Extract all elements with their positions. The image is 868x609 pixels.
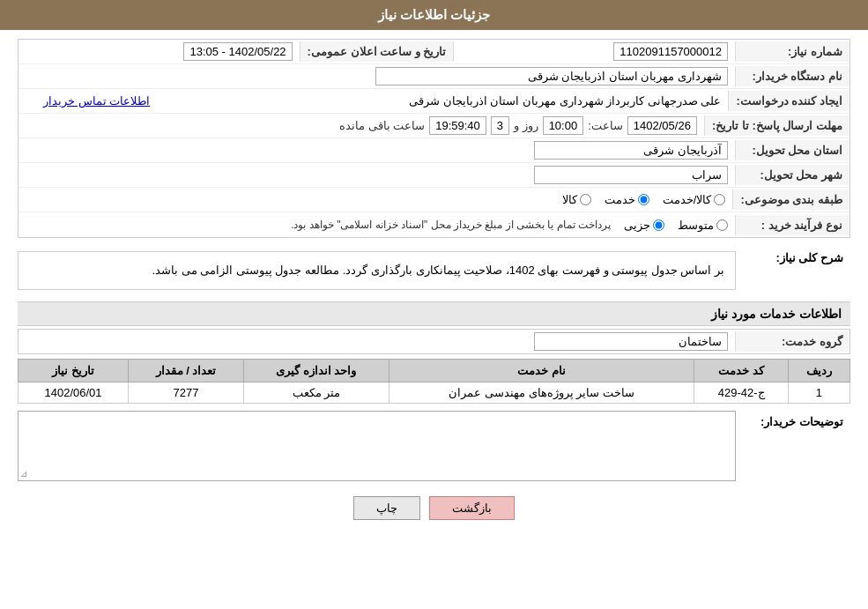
cell-date: 1402/06/01 (19, 382, 129, 404)
col-code: کد خدمت (694, 360, 788, 382)
services-table: ردیف کد خدمت نام خدمت واحد اندازه گیری ت… (18, 359, 850, 404)
services-section-title: اطلاعات خدمات مورد نیاز (18, 301, 850, 326)
response-time-label: ساعت: (588, 119, 623, 132)
footer-buttons: بازگشت چاپ (18, 486, 850, 531)
process-jazii-option[interactable]: جزیی (624, 219, 664, 232)
announcement-date-label: تاریخ و ساعت اعلان عمومی: (300, 41, 455, 62)
contact-link[interactable]: اطلاعات تماس خریدار (43, 94, 150, 108)
category-kala-radio[interactable] (580, 194, 591, 205)
response-time: 10:00 (543, 116, 584, 135)
buyer-notes-area: ⊿ (18, 411, 736, 481)
requester-label: ایجاد کننده درخواست: (728, 91, 849, 111)
category-khedmat-label: خدمت (605, 193, 635, 206)
page-header: جزئیات اطلاعات نیاز (0, 0, 868, 30)
description-label: شرح کلی نیاز: (736, 247, 850, 269)
buyer-notes-label: توضیحات خریدار: (736, 411, 850, 433)
process-jazii-radio[interactable] (653, 219, 664, 231)
delivery-province-value: آذربایجان شرقی (534, 141, 728, 160)
need-number-label: شماره نیاز: (735, 41, 849, 62)
buyer-org-value: شهرداری مهربان استان اذربایجان شرقی (375, 67, 728, 85)
process-jazii-label: جزیی (624, 219, 650, 232)
category-khedmat-radio[interactable] (638, 194, 649, 205)
category-kala-khedmat-option[interactable]: کالا/خدمت (663, 193, 726, 206)
print-button[interactable]: چاپ (353, 496, 420, 520)
col-qty: تعداد / مقدار (129, 360, 244, 382)
process-motavasset-option[interactable]: متوسط (678, 219, 728, 232)
requester-value: علی صدرجهانی کاربرداز شهرداری مهربان است… (409, 94, 721, 108)
announcement-date-value: 1402/05/22 - 13:05 (183, 42, 292, 61)
col-name: نام خدمت (389, 360, 694, 382)
process-motavasset-label: متوسط (678, 219, 714, 232)
back-button[interactable]: بازگشت (429, 496, 515, 520)
need-number-value: 1102091157000012 (613, 42, 728, 61)
page-title: جزئیات اطلاعات نیاز (378, 7, 490, 22)
cell-unit: متر مکعب (243, 382, 389, 404)
category-kala-option[interactable]: کالا (562, 193, 591, 206)
delivery-city-value: سراب (534, 166, 728, 184)
cell-row: 1 (788, 382, 849, 404)
cell-name: ساخت سایر پروژه‌های مهندسی عمران (389, 382, 694, 404)
resize-icon: ⊿ (20, 469, 27, 479)
category-kala-khedmat-radio[interactable] (714, 194, 725, 205)
response-days: 3 (491, 116, 509, 135)
category-kala-label: کالا (562, 193, 577, 206)
description-text: بر اساس جدول پیوستی و فهرست بهای 1402، ص… (18, 251, 736, 290)
buyer-org-label: نام دستگاه خریدار: (735, 66, 849, 86)
col-unit: واحد اندازه گیری (243, 360, 389, 382)
process-label: نوع فرآیند خرید : (735, 215, 849, 235)
delivery-city-label: شهر محل تحویل: (735, 165, 849, 185)
category-label: طبقه بندی موضوعی: (732, 189, 849, 210)
cell-code: ج-42-429 (694, 382, 788, 404)
table-row: 1ج-42-429ساخت سایر پروژه‌های مهندسی عمرا… (19, 382, 850, 404)
col-date: تاریخ نیاز (19, 360, 129, 382)
service-group-value: ساختمان (534, 332, 728, 351)
col-row: ردیف (788, 360, 849, 382)
response-days-label: روز و (514, 119, 538, 132)
category-khedmat-option[interactable]: خدمت (605, 193, 649, 206)
category-kala-khedmat-label: کالا/خدمت (663, 193, 712, 206)
response-remaining: 19:59:40 (429, 116, 486, 135)
response-deadline-label: مهلت ارسال پاسخ: تا تاریخ: (704, 115, 849, 136)
process-motavasset-radio[interactable] (716, 219, 728, 231)
response-remaining-label: ساعت باقی مانده (339, 119, 425, 132)
cell-qty: 7277 (129, 382, 244, 404)
delivery-province-label: استان محل تحویل: (735, 140, 849, 160)
process-note: پرداخت تمام یا بخشی از مبلغ خریداز محل "… (291, 219, 611, 231)
service-group-label: گروه خدمت: (735, 331, 849, 352)
response-date: 1402/05/26 (627, 116, 697, 135)
